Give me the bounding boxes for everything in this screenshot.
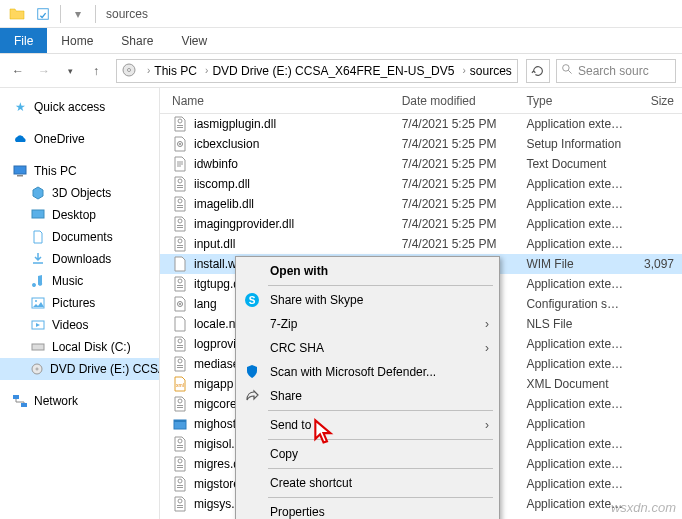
tab-view[interactable]: View — [167, 28, 221, 53]
col-type[interactable]: Type — [518, 94, 633, 108]
tree-documents[interactable]: Documents — [0, 226, 159, 248]
svg-point-2 — [128, 68, 131, 71]
chevron-right-icon: › — [485, 341, 489, 355]
forward-button[interactable]: → — [32, 59, 56, 83]
svg-rect-54 — [177, 447, 183, 448]
cm-7zip[interactable]: 7-Zip› — [238, 312, 497, 336]
svg-rect-62 — [177, 505, 183, 506]
file-row[interactable]: iasmigplugin.dll7/4/2021 5:25 PMApplicat… — [160, 114, 682, 134]
tree-desktop[interactable]: Desktop — [0, 204, 159, 226]
file-icon — [172, 436, 188, 452]
col-size[interactable]: Size — [634, 94, 682, 108]
crumb-sources[interactable]: sources — [470, 64, 512, 78]
tab-home[interactable]: Home — [47, 28, 107, 53]
cm-create-shortcut[interactable]: Create shortcut — [238, 471, 497, 495]
col-date[interactable]: Date modified — [394, 94, 519, 108]
svg-rect-27 — [177, 205, 183, 206]
file-date: 7/4/2021 5:25 PM — [394, 217, 519, 231]
file-date: 7/4/2021 5:25 PM — [394, 117, 519, 131]
svg-rect-34 — [177, 247, 183, 248]
disk-icon — [30, 339, 46, 355]
cm-open-with[interactable]: Open with — [238, 259, 497, 283]
file-row[interactable]: imagingprovider.dll7/4/2021 5:25 PMAppli… — [160, 214, 682, 234]
tree-local-disk[interactable]: Local Disk (C:) — [0, 336, 159, 358]
cm-share[interactable]: Share — [238, 384, 497, 408]
tree-dvd-drive[interactable]: DVD Drive (E:) CCSA — [0, 358, 159, 380]
file-row[interactable]: iiscomp.dll7/4/2021 5:25 PMApplication e… — [160, 174, 682, 194]
file-icon — [172, 296, 188, 312]
file-row[interactable]: icbexclusion7/4/2021 5:25 PMSetup Inform… — [160, 134, 682, 154]
file-date: 7/4/2021 5:25 PM — [394, 177, 519, 191]
svg-point-3 — [563, 64, 570, 71]
qat-dropdown-icon[interactable]: ▾ — [69, 5, 87, 23]
cm-properties[interactable]: Properties — [238, 500, 497, 519]
svg-rect-53 — [177, 445, 183, 446]
svg-rect-14 — [13, 395, 19, 399]
tree-videos[interactable]: Videos — [0, 314, 159, 336]
separator — [95, 5, 96, 23]
column-headers[interactable]: Name Date modified Type Size — [160, 88, 682, 114]
col-name[interactable]: Name — [164, 94, 394, 108]
recent-dropdown[interactable]: ▾ — [58, 59, 82, 83]
file-name: iasmigplugin.dll — [194, 117, 276, 131]
cm-crc[interactable]: CRC SHA› — [238, 336, 497, 360]
nav-tree[interactable]: ★ Quick access OneDrive This PC 3D Objec… — [0, 88, 160, 519]
file-row[interactable]: imagelib.dll7/4/2021 5:25 PMApplication … — [160, 194, 682, 214]
window-title: sources — [106, 7, 148, 21]
tree-pictures[interactable]: Pictures — [0, 292, 159, 314]
navigation-bar: ← → ▾ ↑ ›This PC ›DVD Drive (E:) CCSA_X6… — [0, 54, 682, 88]
chevron-right-icon[interactable]: › — [205, 65, 208, 76]
tree-onedrive[interactable]: OneDrive — [0, 128, 159, 150]
file-icon — [172, 336, 188, 352]
file-icon — [172, 196, 188, 212]
cm-send-to[interactable]: Send to› — [238, 413, 497, 437]
address-bar[interactable]: ›This PC ›DVD Drive (E:) CCSA_X64FRE_EN-… — [116, 59, 518, 83]
file-type: Application exten... — [518, 397, 633, 411]
context-menu: Open with SShare with Skype 7-Zip› CRC S… — [235, 256, 500, 519]
file-name: idwbinfo — [194, 157, 238, 171]
file-row[interactable]: input.dll7/4/2021 5:25 PMApplication ext… — [160, 234, 682, 254]
chevron-right-icon[interactable]: › — [147, 65, 150, 76]
file-type: XML Document — [518, 377, 633, 391]
tree-quick-access[interactable]: ★ Quick access — [0, 96, 159, 118]
svg-rect-5 — [14, 166, 26, 174]
search-input[interactable]: Search sourc — [556, 59, 676, 83]
watermark: wsxdn.com — [611, 500, 676, 515]
up-button[interactable]: ↑ — [84, 59, 108, 83]
svg-point-9 — [35, 300, 37, 302]
crumb-pc[interactable]: This PC — [154, 64, 197, 78]
cloud-icon — [12, 131, 28, 147]
tree-this-pc[interactable]: This PC — [0, 160, 159, 182]
tree-3d-objects[interactable]: 3D Objects — [0, 182, 159, 204]
svg-rect-37 — [177, 287, 183, 288]
file-icon — [172, 356, 188, 372]
documents-icon — [30, 229, 46, 245]
file-date: 7/4/2021 5:25 PM — [394, 157, 519, 171]
svg-rect-42 — [177, 347, 183, 348]
file-tab[interactable]: File — [0, 28, 47, 53]
properties-quick-icon[interactable] — [34, 5, 52, 23]
crumb-drive[interactable]: DVD Drive (E:) CCSA_X64FRE_EN-US_DV5 — [212, 64, 454, 78]
file-type: Application exten... — [518, 457, 633, 471]
tree-downloads[interactable]: Downloads — [0, 248, 159, 270]
svg-rect-59 — [177, 485, 183, 486]
file-row[interactable]: idwbinfo7/4/2021 5:25 PMText Document — [160, 154, 682, 174]
file-name: icbexclusion — [194, 137, 259, 151]
svg-text:xml: xml — [176, 382, 184, 388]
svg-rect-57 — [177, 467, 183, 468]
tree-network[interactable]: Network — [0, 390, 159, 412]
chevron-right-icon[interactable]: › — [462, 65, 465, 76]
cm-copy[interactable]: Copy — [238, 442, 497, 466]
dvd-icon — [30, 361, 44, 377]
tab-share[interactable]: Share — [107, 28, 167, 53]
svg-point-20 — [179, 143, 181, 145]
file-icon: xml — [172, 376, 188, 392]
file-icon — [172, 176, 188, 192]
back-button[interactable]: ← — [6, 59, 30, 83]
cm-defender[interactable]: Scan with Microsoft Defender... — [238, 360, 497, 384]
refresh-button[interactable] — [526, 59, 550, 83]
cm-skype[interactable]: SShare with Skype — [238, 288, 497, 312]
music-icon — [30, 273, 46, 289]
tree-music[interactable]: Music — [0, 270, 159, 292]
svg-rect-44 — [177, 365, 183, 366]
